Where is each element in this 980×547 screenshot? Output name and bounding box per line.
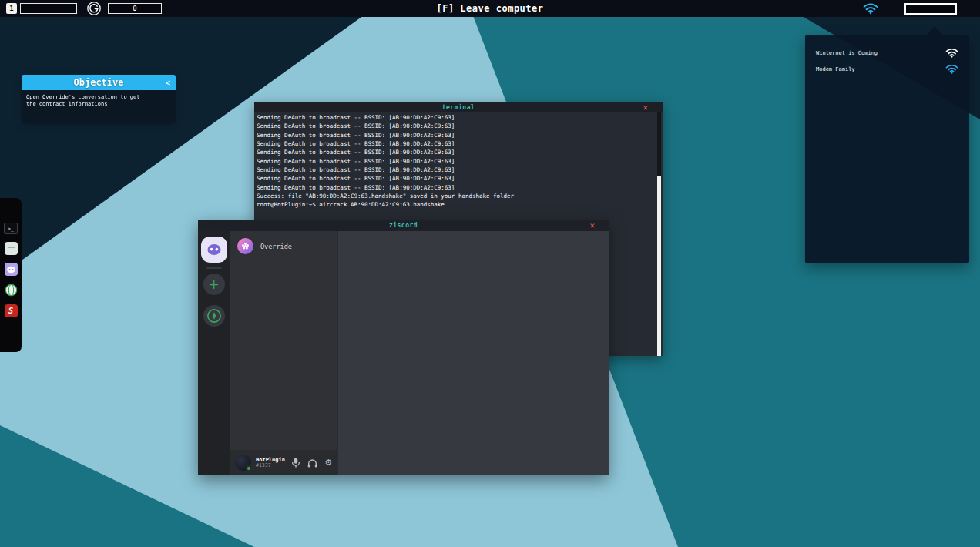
- status-box[interactable]: [904, 3, 957, 15]
- dm-item-override[interactable]: Override: [230, 231, 337, 254]
- explore-servers-button[interactable]: [203, 305, 225, 327]
- objective-text: Open Override's conversation to get the …: [26, 94, 148, 108]
- ziscord-titlebar[interactable]: ziscord ✕: [198, 220, 609, 231]
- plus-icon: +: [208, 278, 219, 291]
- red-app-icon[interactable]: S: [5, 304, 18, 317]
- top-bar: 1 0 [F] Leave computer: [0, 0, 980, 17]
- mic-icon[interactable]: [291, 458, 300, 468]
- ziscord-window: ziscord ✕ +: [198, 220, 609, 475]
- headphones-icon[interactable]: [307, 458, 317, 468]
- terminal-line: Sending DeAuth to broadcast -- BSSID: [A…: [257, 174, 656, 183]
- terminal-line: Sending DeAuth to broadcast -- BSSID: [A…: [257, 139, 656, 148]
- compass-icon: [205, 307, 223, 325]
- dm-name: Override: [260, 243, 292, 250]
- terminal-close-button[interactable]: ✕: [643, 102, 648, 112]
- notes-app-icon[interactable]: [5, 242, 18, 255]
- terminal-line: Success: file "AB:90:DD:A2:C9:63.handsha…: [257, 192, 656, 200]
- game-desktop: 1 0 [F] Leave computer Objective < Op: [0, 0, 980, 547]
- terminal-line: Sending DeAuth to broadcast -- BSSID: [A…: [257, 157, 656, 166]
- objective-panel: Objective < Open Override's conversation…: [22, 75, 176, 123]
- wifi-network-item[interactable]: Modem Family: [805, 61, 969, 77]
- terminal-title: terminal: [442, 104, 475, 111]
- terminal-titlebar[interactable]: terminal ✕: [254, 102, 663, 112]
- rail-divider: [206, 267, 222, 269]
- user-bar: HotPlugin #1337: [230, 450, 337, 475]
- terminal-line: Sending DeAuth to broadcast -- BSSID: [A…: [257, 166, 656, 174]
- terminal-line: Sending DeAuth to broadcast -- BSSID: [A…: [257, 131, 656, 139]
- leave-computer-hint: [F] Leave computer: [0, 0, 980, 17]
- ziscord-close-button[interactable]: ✕: [589, 220, 595, 231]
- ziscord-title: ziscord: [389, 222, 418, 229]
- ziscord-dm-column: Override HotPlugin #1337: [230, 231, 337, 475]
- terminal-line: Sending DeAuth to broadcast -- BSSID: [A…: [257, 122, 656, 130]
- user-avatar: [235, 455, 251, 471]
- ziscord-content: +: [198, 231, 609, 475]
- wifi-network-name: Modem Family: [816, 66, 855, 72]
- wifi-signal-icon: [945, 64, 958, 74]
- terminal-scrollbar-thumb[interactable]: [657, 176, 661, 356]
- wifi-icon[interactable]: [863, 2, 878, 15]
- user-tag: #1337: [256, 463, 285, 468]
- taskbar: >_ S: [0, 198, 22, 352]
- settings-gear-icon[interactable]: ⚙: [324, 458, 332, 467]
- wifi-network-item[interactable]: Winternet is Coming: [805, 45, 969, 61]
- ziscord-chat-area: [337, 231, 609, 475]
- override-avatar: [237, 238, 253, 254]
- terminal-prompt-line: root@HotPlugin:~$ aircrack AB:90:DD:A2:C…: [257, 200, 656, 209]
- terminal-scrollbar: [657, 112, 661, 356]
- ziscord-server-rail: +: [198, 231, 230, 475]
- objective-collapse-button[interactable]: <: [166, 75, 170, 90]
- add-server-button[interactable]: +: [203, 274, 225, 295]
- browser-app-icon[interactable]: [5, 284, 18, 297]
- terminal-line: Sending DeAuth to broadcast -- BSSID: [A…: [257, 113, 656, 122]
- ziscord-app-icon[interactable]: [5, 263, 18, 276]
- ziscord-home-button[interactable]: [201, 237, 227, 263]
- wifi-network-name: Winternet is Coming: [816, 50, 878, 56]
- online-status-dot: [246, 465, 252, 471]
- objective-title: Objective: [73, 77, 123, 88]
- wifi-networks-panel: Winternet is Coming Modem Family: [805, 35, 969, 263]
- terminal-app-icon[interactable]: >_: [4, 223, 18, 234]
- terminal-line: Sending DeAuth to broadcast -- BSSID: [A…: [257, 183, 656, 192]
- objective-body: Open Override's conversation to get the …: [22, 90, 176, 123]
- terminal-line: Sending DeAuth to broadcast -- BSSID: [A…: [257, 148, 656, 156]
- panel-notch: [927, 26, 942, 35]
- wifi-signal-icon: [945, 48, 958, 58]
- objective-header: Objective <: [22, 75, 176, 90]
